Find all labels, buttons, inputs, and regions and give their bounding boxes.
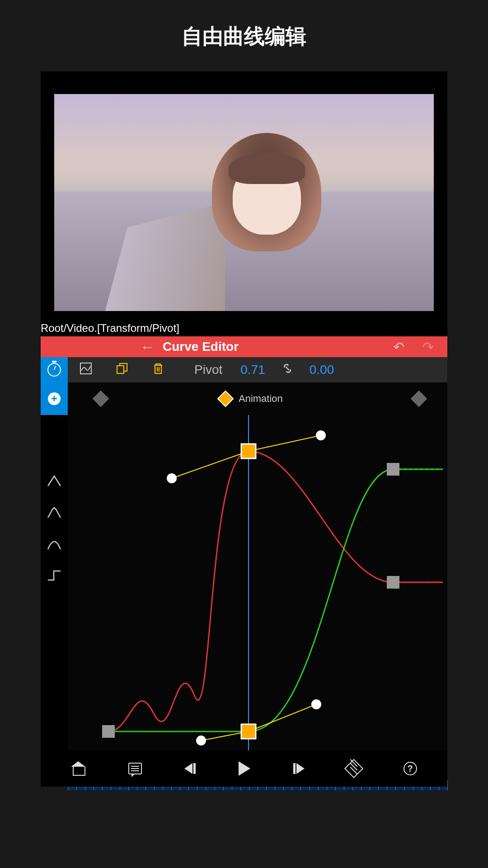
curve-type-tools [41,465,68,591]
svg-point-16 [196,736,206,745]
svg-point-14 [167,473,177,483]
keyframe-marker-active[interactable] [217,391,234,407]
link-icon[interactable] [281,362,294,378]
help-icon[interactable]: ? [404,762,417,775]
property-path: Root/Video.[Transform/Pivot] [41,322,179,335]
back-icon[interactable]: ← [140,339,155,355]
svg-point-15 [316,430,326,440]
undo-icon[interactable]: ↶ [393,339,404,355]
premium-icon[interactable] [347,762,361,775]
prev-frame-icon[interactable] [184,763,196,774]
svg-point-17 [311,699,321,709]
curve-ease-icon[interactable] [41,528,68,560]
svg-rect-9 [102,725,115,738]
comment-icon[interactable] [128,763,142,774]
svg-rect-10 [387,463,399,476]
svg-line-6 [249,435,321,451]
bottom-bar: ? [41,750,447,787]
copy-icon[interactable] [104,363,140,377]
editor-header: ← Curve Editor ↶ ↷ [41,336,447,357]
svg-line-8 [249,704,316,731]
editor-title: Curve Editor [163,340,239,354]
curve-linear-icon[interactable] [41,465,68,496]
curve-step-icon[interactable] [41,560,68,591]
svg-rect-12 [241,444,256,458]
svg-rect-1 [117,366,124,373]
add-keyframe-button[interactable]: + [41,382,68,415]
svg-line-5 [172,451,249,478]
home-icon[interactable] [71,761,85,776]
redo-icon[interactable]: ↷ [422,339,434,355]
curve-graph[interactable] [68,415,447,754]
page-title: 自由曲线编辑 [0,0,488,73]
trash-icon[interactable] [140,363,176,377]
plus-icon: + [48,392,61,405]
svg-rect-11 [387,576,399,589]
keyframe-marker[interactable] [411,391,427,407]
app-frame: Root/Video.[Transform/Pivot] ← Curve Edi… [41,71,447,787]
pivot-label: Pivot [194,363,222,377]
keyframe-row: + Animation [41,382,447,415]
curve-bezier-icon[interactable] [41,496,68,528]
animation-label: Animation [239,393,283,405]
stopwatch-button[interactable] [41,357,68,382]
next-frame-icon[interactable] [293,763,305,774]
pivot-value-1[interactable]: 0.71 [240,363,265,377]
svg-rect-13 [241,724,256,739]
keyframe-marker[interactable] [93,391,109,407]
toolbar: Pivot 0.71 0.00 [41,357,447,382]
pivot-value-2[interactable]: 0.00 [310,363,334,377]
graph-mode-icon[interactable] [68,363,104,377]
video-preview[interactable] [54,94,434,311]
play-icon[interactable] [239,761,250,776]
stopwatch-icon [47,363,61,377]
